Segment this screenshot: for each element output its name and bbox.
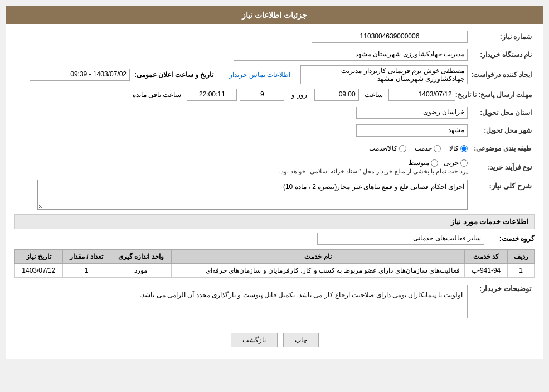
cell-service-name: فعالیت‌های سازمان‌های دارای عضو مربوط به… [172,264,465,278]
buyer-desc-row: توضیحات خریدار: اولویت با پیمانکاران بوم… [14,282,535,321]
province-value: خراسان رضوی [356,107,468,119]
purchase-type-value-cell: جزیی متوسط پرداخت تمام یا بخشی از مبلغ خ… [14,159,468,175]
footer-buttons: چاپ بازگشت [14,325,535,353]
cell-service-code: 941-94-ب [465,264,508,278]
cell-need-date: 1403/07/12 [15,264,63,278]
need-number-value: 1103004639000006 [312,31,468,43]
response-date-label: مهلت ارسال پاسخ: تا تاریخ: [455,91,535,99]
category-row: طبقه بندی موضوعی: کالا خدمت کالا/خدمت [14,141,535,156]
buyer-desc-text: اولویت با پیمانکاران بومی دارای صلاحیت ا… [135,285,468,318]
creator-row: ایجاد کننده درخواست: مصطفی خوش بزم فریما… [14,65,535,84]
service-group-row: گروه خدمت: سایر فعالیت‌های خدماتی [14,233,535,245]
purchase-type-label: نوع فرآیند خرید: [468,163,535,171]
response-date-value: 1403/07/12 [388,89,455,101]
buyer-org-value-cell: مدیریت جهادکشاورزی شهرستان مشهد [14,49,468,61]
buyer-desc-label: توضیحات خریدار: [468,282,535,293]
province-value-cell: خراسان رضوی [14,107,468,119]
need-number-value-cell: 1103004639000006 [14,31,468,43]
back-button[interactable]: بازگشت [231,333,278,347]
city-label: شهر محل تحویل: [468,127,535,134]
purchase-motavasset-label: متوسط [409,159,429,167]
need-desc-section-label: شرح کلی نیاز: [468,180,535,190]
category-kala-label: کالا [449,144,459,152]
creator-value: مصطفی خوش بزم فریمانی کاربرداز مدیریت جه… [300,65,468,84]
creator-contact-link[interactable]: اطلاعات تماس خریدار [229,71,290,79]
cell-unit: مورد [110,264,172,278]
category-value-cell: کالا خدمت کالا/خدمت [14,144,468,152]
category-label: طبقه بندی موضوعی: [468,144,535,152]
need-desc-row: شرح کلی نیاز: [14,180,535,210]
category-option-khedmat[interactable]: خدمت [415,144,441,152]
cell-quantity: 1 [62,264,110,278]
need-desc-value-cell [14,180,468,210]
need-desc-textarea[interactable] [37,180,468,210]
main-container: جزئیات اطلاعات نیاز شماره نیاز: 11030046… [6,6,543,359]
need-number-row: شماره نیاز: 1103004639000006 [14,30,535,44]
city-row: شهر محل تحویل: مشهد [14,123,535,138]
service-group-value: سایر فعالیت‌های خدماتی [317,233,484,245]
province-label: استان محل تحویل: [468,109,535,117]
services-table-section: ردیف کد خدمت نام خدمت واحد اندازه گیری ت… [14,249,535,278]
city-value-cell: مشهد [14,124,468,137]
col-service-name: نام خدمت [172,250,465,264]
col-need-date: تاریخ نیاز [15,250,63,264]
content-area: شماره نیاز: 1103004639000006 نام دستگاه … [6,24,543,359]
cell-row-num: 1 [508,264,535,278]
response-time-value: 09:00 [314,89,359,101]
purchase-jozi-label: جزیی [444,159,459,167]
buyer-desc-value-cell: اولویت با پیمانکاران بومی دارای صلاحیت ا… [14,282,468,321]
print-button[interactable]: چاپ [283,333,319,347]
purchase-type-row: نوع فرآیند خرید: جزیی متوسط پرداخت تمام … [14,159,535,175]
page-header: جزئیات اطلاعات نیاز [6,6,543,24]
services-section-title: اطلاعات خدمات مورد نیاز [14,214,535,229]
category-kala-khedmat-label: کالا/خدمت [369,144,397,152]
need-number-label: شماره نیاز: [468,33,535,41]
creator-value-cell: مصطفی خوش بزم فریمانی کاربرداز مدیریت جه… [14,65,468,84]
table-row: 1 941-94-ب فعالیت‌های سازمان‌های دارای ع… [15,264,535,278]
province-row: استان محل تحویل: خراسان رضوی [14,105,535,120]
buyer-org-value: مدیریت جهادکشاورزی شهرستان مشهد [234,49,468,61]
category-option-kala-khedmat[interactable]: کالا/خدمت [369,144,406,152]
city-value: مشهد [356,124,468,137]
remaining-time-label: ساعت باقی مانده [133,91,182,99]
page-wrapper: جزئیات اطلاعات نیاز شماره نیاز: 11030046… [0,0,549,392]
category-option-kala[interactable]: کالا [449,144,468,152]
announce-date-value: 1403/07/02 - 09:39 [30,69,130,81]
col-row-num: ردیف [508,250,535,264]
col-service-code: کد خدمت [465,250,508,264]
response-days-value: 9 [240,89,284,101]
announce-date-label: تاریخ و ساعت اعلان عمومی: [134,71,213,79]
page-title: جزئیات اطلاعات نیاز [242,11,307,20]
response-days-label: روز و [291,91,307,99]
purchase-type-options: جزیی متوسط [409,159,468,167]
service-group-label: گروه خدمت: [484,235,535,243]
buyer-org-row: نام دستگاه خریدار: مدیریت جهادکشاورزی شه… [14,47,535,62]
payment-note: پرداخت تمام یا بخشی از مبلغ خریداز محل "… [279,168,468,175]
response-date-row: مهلت ارسال پاسخ: تا تاریخ: 1403/07/12 سا… [14,88,535,102]
response-date-value-cell: 1403/07/12 ساعت 09:00 روز و 9 22:00:11 س… [14,89,455,101]
creator-label: ایجاد کننده درخواست: [468,71,535,79]
response-time-label: ساعت [365,91,383,99]
buyer-org-label: نام دستگاه خریدار: [468,51,535,59]
purchase-type-motavasset[interactable]: متوسط [409,159,438,167]
purchase-type-jozi[interactable]: جزیی [444,159,468,167]
services-table: ردیف کد خدمت نام خدمت واحد اندازه گیری ت… [14,249,535,278]
remaining-time-value: 22:00:11 [187,89,237,101]
category-khedmat-label: خدمت [415,144,432,152]
col-unit: واحد اندازه گیری [110,250,172,264]
table-header-row: ردیف کد خدمت نام خدمت واحد اندازه گیری ت… [15,250,535,264]
col-quantity: تعداد / مقدار [62,250,110,264]
